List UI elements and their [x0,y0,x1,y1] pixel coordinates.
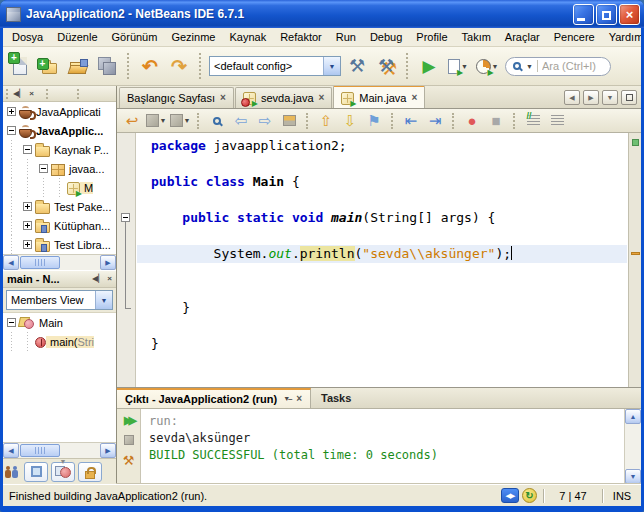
error-stripe[interactable] [628,133,641,387]
scroll-right-icon[interactable]: ▶ [100,443,116,458]
redo-button[interactable]: ↷ [166,53,192,79]
clean-and-build-button[interactable]: ⚒ [373,53,399,79]
close-window-group-icon[interactable]: × [107,274,112,284]
code-line[interactable] [137,155,627,173]
previous-occurrence-button[interactable]: ⇧ [315,111,337,131]
find-next-button[interactable]: ⇨ [254,111,276,131]
code-line[interactable] [137,227,627,245]
profile-button[interactable]: ▼ [474,53,500,79]
scroll-tabs-right-button[interactable]: ▶ [583,90,599,105]
build-button[interactable]: ⚒ [344,53,370,79]
minimize-window-group-icon[interactable]: ◀▏ [92,274,104,284]
code-line[interactable]: } [137,299,627,317]
project-tree-item[interactable]: javaa... [3,159,116,178]
project-tree-item[interactable]: JavaApplic... [3,121,116,140]
menu-item-gezinme[interactable]: Gezinme [164,29,222,45]
menu-item-görünüm[interactable]: Görünüm [105,29,165,45]
forward-button[interactable]: ▼ [169,111,191,131]
tab-list-dropdown-button[interactable]: ▼ [602,90,618,105]
tab-sevda-java[interactable]: sevda.java× [235,87,332,108]
menu-item-kaynak[interactable]: Kaynak [222,29,273,45]
minimize-window-group-icon[interactable]: ◀▏ [13,89,25,99]
chevron-down-icon[interactable]: ▼ [526,63,533,70]
menu-item-yardım[interactable]: Yardım [602,29,641,45]
collapse-icon[interactable] [19,140,35,159]
menu-item-refaktor[interactable]: Refaktor [273,29,329,45]
code-line[interactable]: package javaapplication2; [137,137,627,155]
code-line[interactable] [137,191,627,209]
drag-grip[interactable] [46,89,49,99]
last-edit-location-button[interactable]: ↩ [121,111,143,131]
code-line[interactable] [137,317,627,335]
refresh-icon[interactable]: ↻ [522,488,537,503]
expand-icon[interactable] [19,216,35,235]
project-tree-item[interactable]: Kütüphan... [3,216,116,235]
code-area[interactable]: package javaapplication2;public class Ma… [137,133,627,387]
stop-macro-recording-button[interactable]: ● [461,111,483,131]
minimize-button[interactable] [573,4,594,25]
drag-grip[interactable] [77,89,80,99]
code-line[interactable] [137,281,627,299]
collapse-handle-icon[interactable]: ▼ [60,458,67,465]
menu-item-run[interactable]: Run [329,29,363,45]
scroll-thumb[interactable] [20,444,60,457]
shift-line-left-button[interactable]: ⇤ [400,111,422,131]
stop-button[interactable] [120,432,138,448]
find-selection-button[interactable] [206,111,228,131]
tasks-tab[interactable]: Tasks [311,388,361,408]
menu-item-takım[interactable]: Takım [455,29,498,45]
navigator-tree-item[interactable]: Main [3,313,116,332]
projects-hscrollbar[interactable]: ◀ ▶ [3,254,116,270]
expand-icon[interactable] [19,197,35,216]
project-tree-item[interactable]: Test Pake... [3,197,116,216]
code-editor[interactable]: package javaapplication2;public class Ma… [117,133,641,387]
menu-item-dosya[interactable]: Dosya [5,29,50,45]
fold-collapse-icon[interactable] [121,213,130,222]
close-output-icon[interactable]: × [296,394,302,404]
undo-button[interactable]: ↶ [137,53,163,79]
code-line[interactable]: public class Main { [137,173,627,191]
projects-tree[interactable]: JavaApplicatiJavaApplic...Kaynak P...jav… [3,102,116,254]
collapse-icon[interactable] [35,159,51,178]
code-line[interactable]: public static void main(String[] args) { [137,209,627,227]
menu-item-profile[interactable]: Profile [409,29,454,45]
output-console[interactable]: run:sevda\aksüngerBUILD SUCCESSFUL (tota… [141,409,624,484]
project-tree-item[interactable]: Test Libra... [3,235,116,254]
back-button[interactable]: ▼ [145,111,167,131]
maximize-button[interactable] [596,4,617,25]
title-bar[interactable]: JavaApplication2 - NetBeans IDE 6.7.1 × [0,0,644,28]
scroll-down-icon[interactable]: ▼ [625,469,641,484]
editor-gutter[interactable] [117,133,136,387]
new-project-button[interactable] [36,53,62,79]
expand-icon[interactable] [3,102,19,121]
scroll-tabs-left-button[interactable]: ◀ [564,90,580,105]
drag-grip[interactable] [6,89,9,99]
save-all-button[interactable] [94,53,120,79]
toggle-highlight-button[interactable] [278,111,300,131]
show-inherited-members-icon[interactable] [5,465,21,478]
rerun-button[interactable]: ▶▶ [120,412,138,428]
output-tab[interactable]: Çıktı - JavaApplication2 (run) ▼̶ × [117,388,311,408]
next-occurrence-button[interactable]: ⇩ [339,111,361,131]
project-tree-item[interactable]: Kaynak P... [3,140,116,159]
scroll-up-icon[interactable]: ▲ [625,409,641,424]
ant-settings-button[interactable]: ⚒ [120,452,138,468]
navigator-tree-item[interactable]: main(Stri [3,332,116,351]
members-view-select[interactable]: Members View ▼ [6,290,113,310]
uncomment-button[interactable] [546,111,568,131]
show-fields-button[interactable] [24,462,48,482]
code-line[interactable] [137,263,627,281]
navigator-header[interactable]: main - N... ◀▏ × [3,270,116,288]
scroll-left-icon[interactable]: ◀ [3,255,19,270]
project-tree-item[interactable]: JavaApplicati [3,102,116,121]
menu-item-düzenle[interactable]: Düzenle [50,29,104,45]
scroll-left-icon[interactable]: ◀ [3,443,19,458]
output-vscrollbar[interactable]: ▲ ▼ [624,409,641,484]
maximize-editor-button[interactable] [621,90,637,105]
config-select[interactable]: <default config>▼ [209,56,341,76]
close-tab-icon[interactable]: × [220,93,226,103]
close-button[interactable]: × [619,4,640,25]
expand-icon[interactable] [19,235,35,254]
navigator-tree[interactable]: Mainmain(Stri [3,313,116,442]
scroll-right-icon[interactable]: ▶ [100,255,116,270]
